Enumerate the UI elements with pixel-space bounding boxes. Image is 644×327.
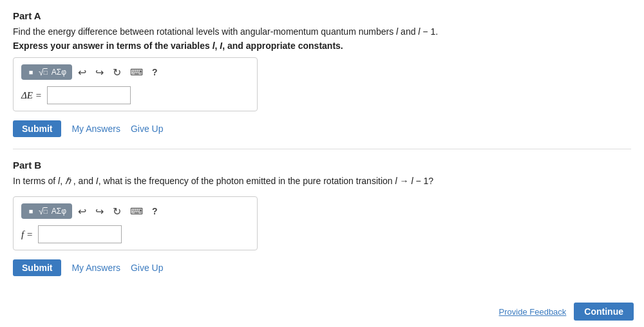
part-b-title: Part B — [13, 160, 631, 171]
part-b-give-up-button[interactable]: Give Up — [131, 263, 164, 273]
part-a-answer-input[interactable] — [47, 86, 131, 104]
redo-button[interactable]: ↪ — [92, 65, 107, 80]
part-a-submit-button[interactable]: Submit — [13, 120, 61, 137]
part-a-section: Part A Find the energy difference betwee… — [13, 10, 631, 137]
part-b-answer-input[interactable] — [38, 225, 122, 243]
square-icon[interactable]: ■ — [25, 66, 37, 78]
continue-button[interactable]: Continue — [574, 303, 634, 321]
part-b-toolbar: ■ √□ ΑΣφ ↩ ↪ ↻ ⌨ ? — [21, 203, 249, 219]
section-divider — [13, 149, 631, 149]
refresh-button[interactable]: ↻ — [109, 65, 124, 80]
provide-feedback-button[interactable]: Provide Feedback — [499, 307, 567, 317]
part-a-my-answers-button[interactable]: My Answers — [71, 124, 120, 134]
part-b-description: In terms of l, ℏ , and I, what is the fr… — [13, 176, 631, 186]
part-b-sqrt-icon[interactable]: √□ — [39, 206, 48, 216]
part-b-submit-button[interactable]: Submit — [13, 259, 61, 276]
part-a-instruction: Express your answer in terms of the vari… — [13, 41, 631, 51]
part-b-alpha-sigma-phi-icon[interactable]: ΑΣφ — [50, 205, 68, 217]
part-a-desc-text: Find the energy difference between rotat… — [13, 26, 393, 37]
part-b-math-box: ■ √□ ΑΣφ ↩ ↪ ↻ ⌨ ? f = — [13, 196, 258, 250]
part-a-action-row: Submit My Answers Give Up — [13, 120, 631, 137]
keyboard-button[interactable]: ⌨ — [127, 66, 146, 79]
part-b-refresh-button[interactable]: ↻ — [109, 204, 124, 219]
part-b-undo-button[interactable]: ↩ — [75, 204, 90, 219]
part-a-answer-label: ΔE = — [21, 90, 42, 101]
part-a-math-box: ■ √□ ΑΣφ ↩ ↪ ↻ ⌨ ? ΔE = — [13, 57, 258, 111]
part-b-toolbar-group: ■ √□ ΑΣφ — [21, 203, 72, 219]
part-b-my-answers-button[interactable]: My Answers — [71, 263, 120, 273]
help-button[interactable]: ? — [149, 66, 161, 79]
part-b-help-button[interactable]: ? — [149, 205, 161, 218]
part-b-square-icon[interactable]: ■ — [25, 205, 37, 217]
sqrt-icon[interactable]: √□ — [39, 67, 48, 77]
undo-button[interactable]: ↩ — [75, 65, 90, 80]
bottom-bar: Provide Feedback Continue — [499, 303, 634, 321]
alpha-sigma-phi-icon[interactable]: ΑΣφ — [50, 66, 68, 78]
part-b-keyboard-button[interactable]: ⌨ — [127, 205, 146, 218]
part-b-section: Part B In terms of l, ℏ , and I, what is… — [13, 160, 631, 276]
part-a-answer-row: ΔE = — [21, 86, 249, 104]
part-a-toolbar-group: ■ √□ ΑΣφ — [21, 64, 72, 80]
part-a-title: Part A — [13, 10, 631, 21]
part-b-answer-label: f = — [21, 229, 33, 240]
part-b-answer-row: f = — [21, 225, 249, 243]
part-b-action-row: Submit My Answers Give Up — [13, 259, 631, 276]
part-a-desc-math: l and l − 1. — [396, 26, 438, 37]
part-b-redo-button[interactable]: ↪ — [92, 204, 107, 219]
part-a-description: Find the energy difference between rotat… — [13, 26, 631, 37]
part-a-give-up-button[interactable]: Give Up — [131, 124, 164, 134]
part-a-toolbar: ■ √□ ΑΣφ ↩ ↪ ↻ ⌨ ? — [21, 64, 249, 80]
